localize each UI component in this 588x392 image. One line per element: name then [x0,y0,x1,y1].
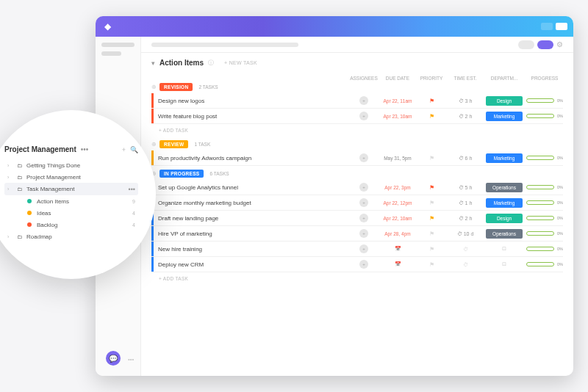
priority-cell[interactable]: ⚑ [415,113,448,120]
status-group-header[interactable]: ⊕IN PROGRESS6 TASKS [151,167,563,180]
status-group-header[interactable]: ⊕REVIEW1 TASK [151,138,563,150]
priority-flag-icon[interactable]: ⚑ [429,246,434,253]
add-task-button[interactable]: + ADD TASK [151,124,563,137]
priority-flag-icon[interactable]: ⚑ [429,155,434,161]
more-icon[interactable]: ••• [129,186,135,193]
due-date-cell[interactable]: Apr 22, 10am [381,216,415,221]
priority-flag-icon[interactable]: ⚑ [429,261,434,268]
drag-handle-icon[interactable]: ⊕ [151,84,157,90]
assignee-cell[interactable]: + [347,214,381,222]
sidebar-item[interactable]: ›🗀Getting Things Done [4,159,138,171]
time-estimate-cell[interactable]: ⏱ [448,247,482,252]
time-estimate-cell[interactable]: ⏱ 6 h [448,156,482,161]
sidebar-item[interactable]: ›🗀Task Management••• [4,183,138,195]
view-toggle[interactable] [518,40,534,49]
priority-flag-icon[interactable]: ⚑ [429,113,434,120]
priority-flag-icon[interactable]: ⚑ [429,215,434,222]
progress-cell[interactable]: 0% [526,247,563,251]
progress-cell[interactable]: 0% [526,200,563,205]
col-assignees: ASSIGNEES [347,76,381,81]
info-icon[interactable]: ⓘ [208,59,214,67]
progress-cell[interactable]: 0% [526,185,563,189]
priority-cell[interactable]: ⚑ [415,215,448,222]
department-cell[interactable]: ⊡ [482,246,526,252]
due-date-cell[interactable]: 📅 [381,246,415,252]
task-row[interactable]: Hire VP of marketing+Apr 28, 4pm⚑⏱ 10 dO… [151,226,563,242]
time-estimate-cell[interactable]: ⏱ 5 h [448,185,482,190]
priority-cell[interactable]: ⚑ [415,155,448,161]
add-task-button[interactable]: + ADD TASK [151,272,563,285]
due-date-cell[interactable]: 📅 [381,261,415,267]
task-row[interactable]: Draft new landing page+Apr 22, 10am⚑⏱ 2 … [151,211,563,226]
assignee-cell[interactable]: + [347,198,381,207]
window-control[interactable] [556,23,567,30]
task-row[interactable]: Write feature blog post+Apr 23, 10am⚑⏱ 2… [151,109,563,124]
task-row[interactable]: Deploy new CRM+📅⚑⏱⊡0% [151,257,563,272]
progress-cell[interactable]: 0% [526,98,563,103]
sidebar-item[interactable]: Ideas4 [4,207,138,219]
time-estimate-cell[interactable]: ⏱ [448,262,482,267]
progress-cell[interactable]: 0% [526,231,563,236]
department-cell[interactable]: Marketing [482,153,526,163]
time-estimate-cell[interactable]: ⏱ 10 d [448,231,482,236]
assignee-cell[interactable]: + [347,229,381,238]
task-row[interactable]: Design new logos+Apr 22, 11am⚑⏱ 3 hDesig… [151,93,563,109]
progress-cell[interactable]: 0% [526,216,563,220]
priority-cell[interactable]: ⚑ [415,184,448,191]
progress-cell[interactable]: 0% [526,114,563,118]
task-row[interactable]: Run productivity Adwords campaign+May 31… [151,150,563,166]
assignee-cell[interactable]: + [347,112,381,120]
sidebar-item[interactable]: ›🗀Roadmap [4,231,138,242]
sidebar-item[interactable]: ›🗀Project Management [4,171,138,183]
view-toggle-active[interactable] [537,40,553,49]
assignee-cell[interactable]: + [347,260,381,269]
due-date-cell[interactable]: Apr 23, 10am [381,114,415,119]
department-cell[interactable]: Marketing [482,112,526,121]
department-cell[interactable]: Design [482,96,526,106]
new-task-button[interactable]: + NEW TASK [224,60,257,65]
more-icon[interactable]: ••• [81,145,89,153]
priority-cell[interactable]: ⚑ [415,261,448,268]
task-row[interactable]: New hire training+📅⚑⏱⊡0% [151,242,563,257]
assignee-cell[interactable]: + [347,244,381,253]
collapse-icon[interactable]: ▾ [151,59,155,67]
task-row[interactable]: Organize monthly marketing budget+Apr 22… [151,195,563,211]
progress-cell[interactable]: 0% [526,262,563,266]
due-date-cell[interactable]: Apr 22, 12pm [381,200,415,206]
task-row[interactable]: Set up Google Analytics funnel+Apr 22, 3… [151,180,563,195]
due-date-cell[interactable]: Apr 28, 4pm [381,231,415,236]
due-date-cell[interactable]: Apr 22, 3pm [381,185,415,190]
time-estimate-cell[interactable]: ⏱ 1 h [448,200,482,206]
time-estimate-cell[interactable]: ⏱ 2 h [448,114,482,119]
department-cell[interactable]: Marketing [482,198,526,208]
sidebar-item[interactable]: Backlog4 [4,219,138,231]
priority-flag-icon[interactable]: ⚑ [429,98,434,104]
due-date-cell[interactable]: Apr 22, 11am [381,98,415,104]
priority-cell[interactable]: ⚑ [415,200,448,206]
priority-cell[interactable]: ⚑ [415,246,448,253]
assignee-cell[interactable]: + [347,153,381,162]
due-date-cell[interactable]: May 31, 5pm [381,156,415,161]
department-cell[interactable]: ⊡ [482,261,526,267]
assignee-cell[interactable]: + [347,96,381,105]
priority-flag-icon[interactable]: ⚑ [429,231,434,237]
drag-handle-icon[interactable]: ⊕ [151,141,157,148]
gear-icon[interactable]: ⚙ [556,40,563,48]
department-cell[interactable]: Design [482,214,526,223]
department-cell[interactable]: Operations [482,229,526,239]
time-estimate-cell[interactable]: ⏱ 2 h [448,216,482,221]
time-estimate-cell[interactable]: ⏱ 3 h [448,98,482,104]
assignee-cell[interactable]: + [347,183,381,192]
department-cell[interactable]: Operations [482,183,526,192]
window-control[interactable] [541,23,553,30]
priority-flag-icon[interactable]: ⚑ [429,200,434,206]
chat-icon[interactable]: 💬 [106,351,121,366]
priority-flag-icon[interactable]: ⚑ [429,184,434,191]
plus-icon[interactable]: + [122,146,126,153]
priority-cell[interactable]: ⚑ [415,98,448,104]
search-icon[interactable]: 🔍 [130,146,138,153]
status-group-header[interactable]: ⊕REVISION2 TASKS [151,81,563,93]
progress-cell[interactable]: 0% [526,156,563,160]
priority-cell[interactable]: ⚑ [415,231,448,237]
sidebar-item[interactable]: Action Items9 [4,195,138,207]
